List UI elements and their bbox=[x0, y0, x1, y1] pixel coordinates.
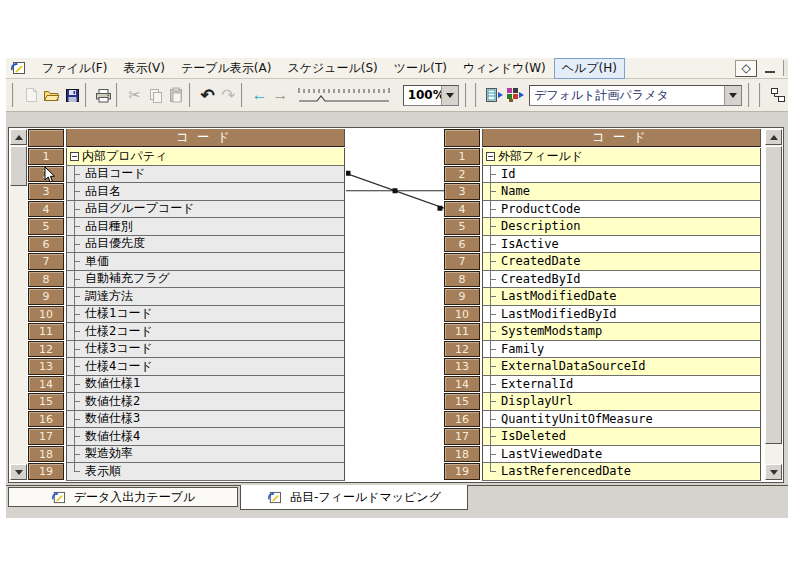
field-cell[interactable]: 品目名 bbox=[66, 183, 345, 201]
row-number[interactable]: 8 bbox=[444, 271, 480, 288]
field-cell[interactable]: 仕様2コード bbox=[66, 323, 345, 341]
row-number[interactable]: 3 bbox=[28, 183, 64, 200]
row-number[interactable]: 10 bbox=[28, 306, 64, 323]
selection-handle[interactable] bbox=[438, 206, 443, 211]
row-number[interactable]: 15 bbox=[28, 393, 64, 410]
field-cell[interactable]: 品目グループコード bbox=[66, 201, 345, 219]
redo-icon[interactable]: ↷ bbox=[218, 84, 239, 107]
collapse-icon[interactable] bbox=[70, 152, 79, 161]
row-number[interactable]: 7 bbox=[444, 253, 480, 270]
back-icon[interactable]: ← bbox=[249, 84, 270, 107]
row-number[interactable]: 9 bbox=[444, 288, 480, 305]
field-cell[interactable]: 仕様1コード bbox=[66, 306, 345, 324]
field-cell[interactable]: 品目優先度 bbox=[66, 236, 345, 254]
field-cell[interactable]: Family bbox=[482, 341, 761, 359]
cut-icon[interactable]: ✂ bbox=[124, 84, 145, 107]
row-number[interactable]: 16 bbox=[28, 411, 64, 428]
row-number[interactable]: 17 bbox=[444, 428, 480, 445]
menu-item-2[interactable]: テーブル表示(A) bbox=[173, 58, 279, 79]
tab-1[interactable]: 品目-フィールドマッピング bbox=[240, 485, 468, 510]
row-number[interactable]: 4 bbox=[444, 201, 480, 218]
row-number[interactable]: 6 bbox=[444, 236, 480, 253]
field-cell[interactable]: 数値仕様4 bbox=[66, 428, 345, 446]
field-cell[interactable]: LastReferencedDate bbox=[482, 463, 761, 481]
row-number[interactable]: 10 bbox=[444, 306, 480, 323]
field-cell[interactable]: ExternalDataSourceId bbox=[482, 358, 761, 376]
field-cell[interactable]: IsDeleted bbox=[482, 428, 761, 446]
menu-item-3[interactable]: スケジュール(S) bbox=[279, 58, 385, 79]
field-cell[interactable]: ExternalId bbox=[482, 376, 761, 394]
field-cell[interactable]: Name bbox=[482, 183, 761, 201]
scroll-down-icon[interactable] bbox=[765, 464, 782, 480]
field-cell[interactable]: 自動補充フラグ bbox=[66, 271, 345, 289]
plan-parameter-select[interactable]: デフォルト計画パラメタ bbox=[529, 85, 742, 106]
row-number[interactable]: 5 bbox=[444, 218, 480, 235]
left-scrollbar[interactable] bbox=[10, 129, 27, 480]
row-number[interactable]: 16 bbox=[444, 411, 480, 428]
field-cell[interactable]: Id bbox=[482, 166, 761, 184]
field-cell[interactable]: 製造効率 bbox=[66, 446, 345, 464]
row-number[interactable]: 18 bbox=[444, 446, 480, 463]
row-number[interactable]: 1 bbox=[444, 148, 480, 165]
scrollbar-thumb[interactable] bbox=[765, 146, 782, 444]
column-header[interactable]: コード bbox=[482, 129, 761, 147]
open-file-icon[interactable] bbox=[41, 84, 62, 107]
row-number[interactable]: 11 bbox=[28, 323, 64, 340]
table-link-icon[interactable] bbox=[484, 84, 505, 107]
field-cell[interactable]: 仕様4コード bbox=[66, 358, 345, 376]
row-number[interactable]: 15 bbox=[444, 393, 480, 410]
collapse-icon[interactable] bbox=[486, 152, 495, 161]
chevron-down-icon[interactable] bbox=[441, 86, 458, 105]
row-number[interactable]: 13 bbox=[444, 358, 480, 375]
menu-item-0[interactable]: ファイル(F) bbox=[34, 58, 115, 79]
field-cell[interactable]: SystemModstamp bbox=[482, 323, 761, 341]
field-cell[interactable]: 品目種別 bbox=[66, 218, 345, 236]
row-number[interactable]: 4 bbox=[28, 201, 64, 218]
row-number[interactable]: 12 bbox=[28, 341, 64, 358]
field-cell[interactable]: CreatedDate bbox=[482, 253, 761, 271]
column-header[interactable]: コード bbox=[66, 129, 345, 147]
field-cell[interactable]: 表示順 bbox=[66, 463, 345, 481]
row-number[interactable]: 3 bbox=[444, 183, 480, 200]
row-number[interactable]: 6 bbox=[28, 236, 64, 253]
right-scrollbar[interactable] bbox=[765, 129, 782, 480]
field-cell[interactable]: Description bbox=[482, 218, 761, 236]
new-file-icon[interactable] bbox=[21, 84, 42, 107]
print-icon[interactable] bbox=[93, 84, 114, 107]
save-icon[interactable] bbox=[62, 84, 83, 107]
paste-icon[interactable] bbox=[166, 84, 187, 107]
scroll-up-icon[interactable] bbox=[765, 129, 782, 145]
row-number[interactable]: 5 bbox=[28, 218, 64, 235]
row-number[interactable]: 14 bbox=[28, 376, 64, 393]
field-cell[interactable]: 数値仕様1 bbox=[66, 376, 345, 394]
row-number[interactable]: 11 bbox=[444, 323, 480, 340]
menu-item-6[interactable]: ヘルプ(H) bbox=[554, 58, 625, 79]
field-cell[interactable]: 数値仕様2 bbox=[66, 393, 345, 411]
menu-item-5[interactable]: ウィンドウ(W) bbox=[455, 58, 554, 79]
mapping-lines[interactable] bbox=[346, 129, 444, 480]
zoom-select[interactable]: 100% bbox=[403, 85, 459, 106]
scroll-down-icon[interactable] bbox=[10, 464, 27, 480]
field-cell[interactable]: 外部フィールド bbox=[482, 148, 761, 166]
hierarchy-icon[interactable] bbox=[767, 84, 788, 107]
field-cell[interactable]: QuantityUnitOfMeasure bbox=[482, 411, 761, 429]
forward-icon[interactable]: → bbox=[270, 84, 291, 107]
selection-handle[interactable] bbox=[346, 171, 351, 176]
field-cell[interactable]: CreatedById bbox=[482, 271, 761, 289]
menu-item-1[interactable]: 表示(V) bbox=[115, 58, 173, 79]
row-number[interactable]: 14 bbox=[444, 376, 480, 393]
chevron-down-icon[interactable] bbox=[724, 86, 741, 105]
row-number[interactable]: 9 bbox=[28, 288, 64, 305]
row-number[interactable]: 18 bbox=[28, 446, 64, 463]
field-cell[interactable]: 単価 bbox=[66, 253, 345, 271]
row-number[interactable]: 13 bbox=[28, 358, 64, 375]
scrollbar-thumb[interactable] bbox=[10, 146, 27, 186]
scroll-up-icon[interactable] bbox=[10, 129, 27, 145]
row-number[interactable]: 1 bbox=[28, 148, 64, 165]
row-number[interactable]: 7 bbox=[28, 253, 64, 270]
field-cell[interactable]: LastModifiedById bbox=[482, 306, 761, 324]
field-cell[interactable]: 数値仕様3 bbox=[66, 411, 345, 429]
field-cell[interactable]: 調達方法 bbox=[66, 288, 345, 306]
undo-icon[interactable]: ↶ bbox=[197, 84, 218, 107]
field-cell[interactable]: LastViewedDate bbox=[482, 446, 761, 464]
